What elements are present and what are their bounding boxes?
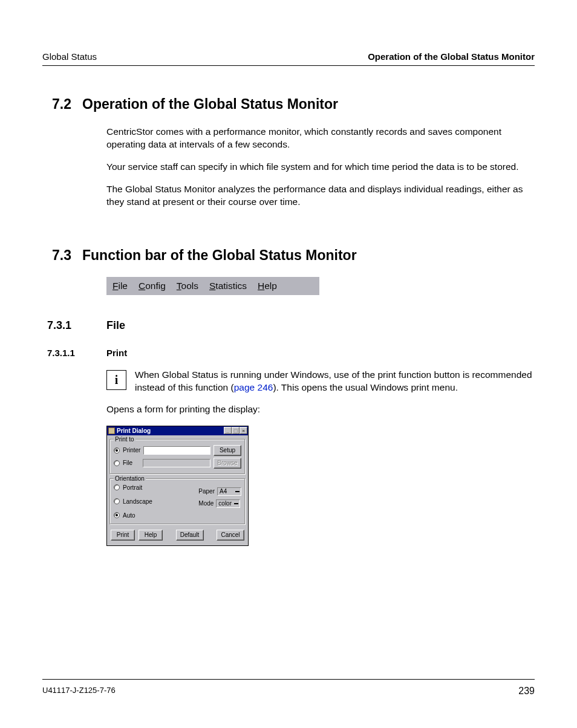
- info-icon: i: [106, 370, 126, 390]
- paper-label: Paper: [198, 488, 215, 495]
- app-icon: [108, 427, 115, 434]
- print-button[interactable]: Print: [111, 530, 135, 541]
- section-7-2-heading: 7.2 Operation of the Global Status Monit…: [42, 96, 535, 112]
- print-dialog: Print Dialog _ ▢ × Print to Printer Setu…: [106, 426, 249, 546]
- chevron-down-icon: [235, 491, 240, 492]
- maximize-button: ▢: [232, 427, 240, 434]
- browse-button: Browse: [214, 458, 241, 469]
- section-number: 7.3: [42, 247, 71, 264]
- default-button[interactable]: Default: [176, 530, 204, 541]
- menubar-figure: File Config Tools Statistics Help: [106, 277, 319, 295]
- radio-landscape-label: Landscape: [123, 498, 152, 505]
- mode-select[interactable]: color: [216, 499, 240, 508]
- cancel-button[interactable]: Cancel: [217, 530, 244, 541]
- footer-doc-id: U41117-J-Z125-7-76: [42, 686, 116, 697]
- page-footer: U41117-J-Z125-7-76 239: [42, 679, 535, 697]
- minimize-button[interactable]: _: [224, 427, 232, 434]
- radio-portrait[interactable]: [114, 484, 120, 490]
- section-7-3-1-1-heading: 7.3.1.1 Print: [42, 348, 535, 358]
- section-title: Function bar of the Global Status Monito…: [82, 247, 357, 264]
- menu-file[interactable]: File: [112, 281, 128, 291]
- paragraph: Opens a form for printing the display:: [106, 403, 535, 416]
- file-path-input[interactable]: [143, 459, 210, 467]
- radio-auto[interactable]: [114, 512, 120, 518]
- group-print-to: Print to Printer Setup File Browse: [109, 439, 246, 475]
- radio-file[interactable]: [114, 460, 120, 466]
- setup-button[interactable]: Setup: [214, 445, 241, 456]
- subsection-title: File: [106, 319, 125, 332]
- mode-label: Mode: [198, 500, 214, 507]
- group-orientation: Orientation Portrait Landscape Auto: [109, 478, 246, 525]
- page-ref-link[interactable]: page 246: [234, 382, 273, 392]
- section-7-3-heading: 7.3 Function bar of the Global Status Mo…: [42, 247, 535, 264]
- radio-file-label: File: [123, 460, 140, 466]
- section-number: 7.2: [42, 96, 71, 112]
- paragraph: The Global Status Monitor analyzes the p…: [106, 183, 535, 209]
- radio-printer[interactable]: [114, 447, 120, 453]
- info-note: i When Global Status is running under Wi…: [106, 369, 535, 394]
- footer-page-number: 239: [518, 686, 535, 697]
- paragraph: Your service staff can specify in which …: [106, 161, 535, 174]
- radio-portrait-label: Portrait: [123, 484, 142, 491]
- header-right: Operation of the Global Status Monitor: [368, 51, 535, 62]
- close-button[interactable]: ×: [240, 427, 247, 434]
- subsubsection-number: 7.3.1.1: [42, 348, 96, 358]
- radio-printer-label: Printer: [123, 447, 140, 453]
- menu-config[interactable]: Config: [139, 281, 166, 291]
- dialog-title: Print Dialog: [117, 427, 151, 434]
- group-label: Orientation: [114, 475, 146, 482]
- header-left: Global Status: [42, 51, 97, 62]
- radio-auto-label: Auto: [123, 512, 135, 519]
- note-text: When Global Status is running under Wind…: [135, 369, 535, 394]
- menu-statistics[interactable]: Statistics: [209, 281, 247, 291]
- chevron-down-icon: [234, 503, 238, 504]
- radio-landscape[interactable]: [114, 498, 120, 504]
- subsubsection-title: Print: [106, 348, 127, 358]
- menu-help[interactable]: Help: [258, 281, 277, 291]
- paragraph: CentricStor comes with a performance mon…: [106, 126, 535, 151]
- printer-name-input[interactable]: [143, 446, 210, 455]
- section-7-3-1-heading: 7.3.1 File: [42, 319, 535, 332]
- section-title: Operation of the Global Status Monitor: [82, 96, 338, 112]
- page-header: Global Status Operation of the Global St…: [42, 51, 535, 66]
- group-label: Print to: [114, 436, 135, 443]
- dialog-titlebar: Print Dialog _ ▢ ×: [107, 426, 248, 435]
- menu-tools[interactable]: Tools: [177, 281, 198, 291]
- subsection-number: 7.3.1: [42, 319, 96, 332]
- help-button[interactable]: Help: [139, 530, 163, 541]
- paper-select[interactable]: A4: [217, 487, 241, 496]
